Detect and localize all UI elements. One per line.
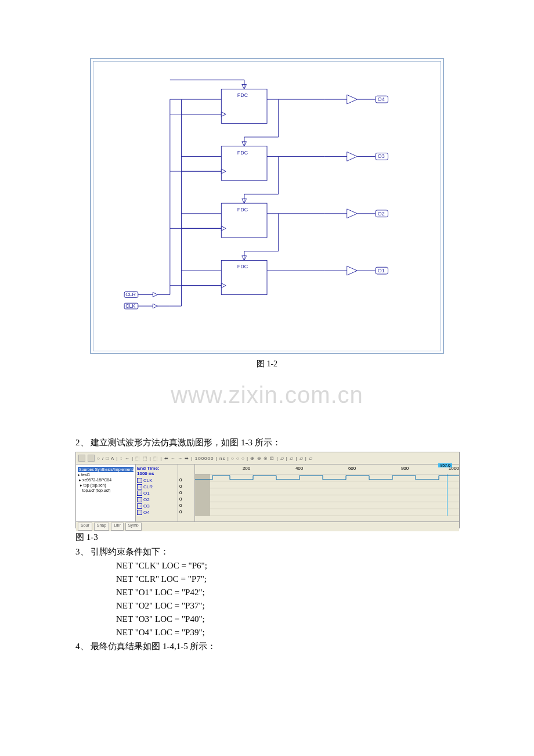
tab[interactable]: Snap [94, 523, 109, 531]
tree-item[interactable]: ▸ top (top.sch) [78, 483, 134, 488]
svg-marker-46 [221, 283, 226, 288]
figure-caption-1-3: 图 1-3 [75, 532, 459, 543]
tree-header[interactable]: Sources Synthesis/Implementa [78, 467, 134, 472]
waveform-canvas[interactable]: 200 400 600 800 1000 957.0 [195, 465, 459, 521]
tree-item[interactable]: ▸ test1 [78, 473, 134, 477]
signal-row[interactable]: ⎍O2 [137, 496, 176, 503]
svg-marker-5 [153, 304, 157, 308]
tree-item[interactable]: ▸ xc9572-15PC84 [78, 478, 134, 483]
svg-marker-35 [221, 226, 226, 231]
constraint-line: NET "CLK" LOC = "P6"; [75, 561, 459, 571]
signal-values-column: 0 0 0 0 0 0 [178, 465, 195, 521]
svg-marker-13 [221, 112, 226, 117]
section-4-text: 4、 最终仿真结果如图 1-4,1-5 所示： [75, 641, 459, 652]
constraint-line: NET "O1" LOC = "P42"; [75, 588, 459, 597]
fdc-label-2: FDC [237, 150, 248, 156]
watermark-text: www.zixin.com.cn [75, 382, 459, 408]
svg-marker-24 [221, 169, 226, 174]
signal-value: 0 [179, 496, 193, 503]
waveform-toolbar[interactable]: ○ / □ A | ↕ ↔ | ⬚ ⬚ | ⬚ | ⬅ ← → ➡ | 1000… [76, 452, 459, 465]
tab[interactable]: Sour [78, 523, 92, 531]
end-time-label: End Time: 1000 ns [137, 466, 176, 476]
svg-marker-2 [153, 292, 157, 297]
svg-marker-38 [347, 209, 358, 218]
signal-names-column: End Time: 1000 ns ⎍CLK ⎍CLR ⎍O1 ⎍O2 ⎍O3 … [136, 465, 178, 521]
signal-value: 0 [179, 477, 193, 484]
fdc-label-1: FDC [237, 92, 248, 98]
signal-row[interactable]: ⎍CLK [137, 477, 176, 484]
signal-row[interactable]: ⎍O3 [137, 503, 176, 509]
output-o1: O1 [378, 268, 385, 273]
section-3-header: 3、 引脚约束条件如下： [75, 546, 459, 557]
wave-lane [195, 509, 459, 516]
signal-value: 0 [179, 509, 193, 516]
output-o2: O2 [378, 211, 385, 217]
waveform-editor: ○ / □ A | ↕ ↔ | ⬚ ⬚ | ⬚ | ⬅ ← → ➡ | 1000… [75, 452, 460, 528]
fdc-label-4: FDC [237, 264, 248, 269]
wave-lane-clk [195, 474, 459, 481]
input-clk-label: CLK [125, 303, 135, 309]
tree-item[interactable]: top.ucf (top.ucf) [78, 488, 134, 492]
wave-lane [195, 495, 459, 502]
input-clr-label: CLR [125, 291, 136, 297]
constraint-line: NET "O3" LOC = "P40"; [75, 614, 459, 624]
constraint-line: NET "O2" LOC = "P37"; [75, 601, 459, 611]
output-o4: O4 [378, 96, 385, 102]
svg-marker-27 [347, 152, 358, 161]
signal-value: 0 [179, 503, 193, 509]
tab[interactable]: Libr [111, 523, 124, 531]
output-o3: O3 [378, 153, 385, 159]
svg-marker-16 [347, 95, 358, 104]
schematic-frame: CLR CLK FDC [90, 58, 444, 354]
figure-caption-1-2: 图 1-2 [75, 359, 459, 369]
signal-value: 0 [179, 484, 193, 490]
sources-tree[interactable]: Sources Synthesis/Implementa ▸ test1 ▸ x… [76, 465, 136, 521]
schematic-inner: CLR CLK FDC [93, 61, 441, 351]
tree-tabs[interactable]: Sour Snap Libr Symb [76, 521, 459, 531]
wave-lane [195, 502, 459, 509]
tool-icon[interactable] [78, 455, 85, 462]
signal-row[interactable]: ⎍O4 [137, 509, 176, 516]
tab[interactable]: Symb [125, 523, 142, 531]
svg-marker-49 [347, 266, 358, 275]
signal-row[interactable]: ⎍CLR [137, 484, 176, 490]
schematic-diagram: CLR CLK FDC [96, 64, 438, 348]
fdc-label-3: FDC [237, 207, 248, 213]
signal-row[interactable]: ⎍O1 [137, 490, 176, 496]
constraint-line: NET "O4" LOC = "P39"; [75, 628, 459, 638]
wave-lane [195, 488, 459, 495]
signal-value: 0 [179, 490, 193, 496]
tool-icon[interactable] [88, 455, 95, 462]
wave-lane [195, 481, 459, 488]
constraint-line: NET "CLR" LOC = "P7"; [75, 574, 459, 584]
time-ruler: 200 400 600 800 1000 957.0 [195, 465, 459, 474]
time-cursor-badge: 957.0 [438, 463, 452, 467]
toolbar-glyphs: ○ / □ A | ↕ ↔ | ⬚ ⬚ | ⬚ | ⬅ ← → ➡ | 1000… [97, 456, 313, 461]
section-2-text: 2、 建立测试波形方法仿真激励图形，如图 1-3 所示： [75, 437, 459, 448]
